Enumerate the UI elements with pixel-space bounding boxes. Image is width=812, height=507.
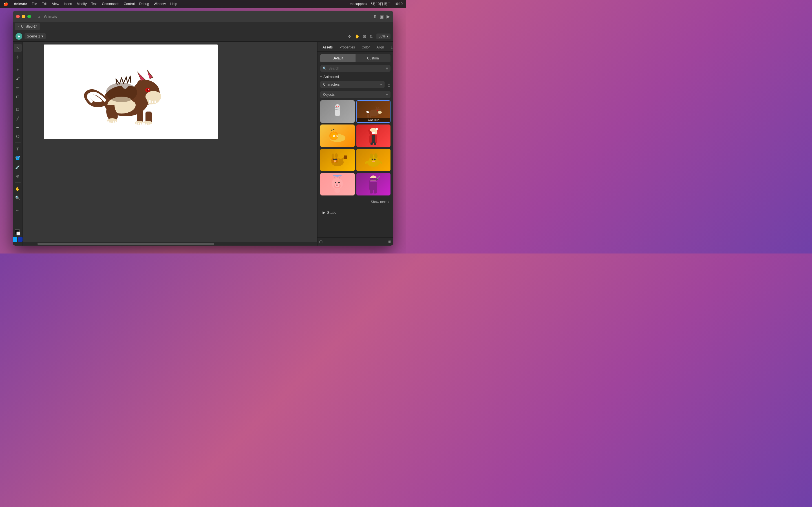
layout-icon[interactable]: ▣ <box>379 14 384 19</box>
fill-swatch[interactable] <box>16 231 20 235</box>
canvas-area[interactable] <box>23 42 317 245</box>
hand-tool[interactable]: ✋ <box>14 185 22 193</box>
pencil-tool[interactable]: ✏ <box>14 83 22 92</box>
tab-assets[interactable]: Assets <box>320 44 336 51</box>
canvas-scroll-thumb-h[interactable] <box>38 243 214 245</box>
animated-section-label: Animated <box>323 75 339 79</box>
color-swatch-dark-blue[interactable] <box>18 237 22 242</box>
search-input[interactable] <box>328 66 384 70</box>
tab-library[interactable]: Library <box>388 44 393 51</box>
menu-debug[interactable]: Debug <box>139 2 149 6</box>
hand-tool-icon[interactable]: ✋ <box>355 34 359 39</box>
svg-marker-29 <box>375 106 377 109</box>
more-tool[interactable]: ··· <box>14 207 22 214</box>
tab-properties[interactable]: Properties <box>337 44 358 51</box>
select-tool[interactable]: ↖ <box>14 44 22 52</box>
stage-canvas[interactable] <box>44 45 218 139</box>
main-area: ↖ ⊹ ⌖ 🖌 ✏ ◻ □ ╱ ✒ ⬡ T 🪣 💉 ⊕ ✋ 🔍 ··· <box>13 42 393 245</box>
svg-rect-60 <box>344 156 347 159</box>
zoom-control[interactable]: 50% ▾ <box>376 34 391 39</box>
menu-text[interactable]: Text <box>91 2 98 6</box>
tool-sep-1 <box>15 63 20 63</box>
asset-santa[interactable] <box>356 124 391 147</box>
asset-wolf-run[interactable]: Wolf Run <box>356 100 391 123</box>
wolf-character[interactable] <box>78 59 174 126</box>
line-tool[interactable]: ╱ <box>14 114 22 122</box>
menu-window[interactable]: Window <box>154 2 166 6</box>
maximize-button[interactable] <box>28 15 31 18</box>
zoom-tool[interactable]: 🔍 <box>14 194 22 202</box>
search-icon: 🔍 <box>322 66 327 70</box>
tab-align[interactable]: Align <box>373 44 387 51</box>
asset-dog2[interactable] <box>356 149 391 171</box>
apple-menu[interactable]: 🍎 <box>3 2 8 6</box>
asset-ninja[interactable] <box>356 173 391 195</box>
add-asset-icon[interactable]: ⬡ <box>319 239 322 244</box>
asset-pig[interactable] <box>320 173 355 195</box>
crop-icon[interactable]: ⊡ <box>363 34 366 39</box>
asset-mummy[interactable] <box>320 100 355 123</box>
menu-edit[interactable]: Edit <box>42 2 48 6</box>
characters-row[interactable]: Characters ▾ ⊘ <box>320 81 391 90</box>
show-next-icon: ↓ <box>388 200 389 204</box>
adjust-icon[interactable]: ⇅ <box>370 34 373 39</box>
svg-point-67 <box>372 161 375 162</box>
eraser-tool[interactable]: ◻ <box>14 93 22 101</box>
transform-tool[interactable]: ⊕ <box>14 172 22 180</box>
scene-selector[interactable]: Scene 1 ▾ <box>24 33 46 39</box>
play-icon[interactable]: ▶ <box>387 14 390 19</box>
show-next-label: Show next <box>371 200 387 204</box>
scene-toolbar: ♣ Scene 1 ▾ ✛ ✋ ⊡ ⇅ 50% ▾ <box>13 31 393 42</box>
list-view-icon[interactable]: ≡ <box>386 66 388 71</box>
filter-icon[interactable]: ⊘ <box>388 83 391 88</box>
menu-control[interactable]: Control <box>124 2 135 6</box>
paintbrush-tool[interactable]: 🖌 <box>14 75 22 82</box>
home-icon[interactable]: ⌂ <box>36 13 42 19</box>
minimize-button[interactable] <box>22 15 26 18</box>
svg-point-57 <box>333 159 335 160</box>
scene-toolbar-icons: ✛ ✋ ⊡ ⇅ 50% ▾ <box>348 34 391 39</box>
characters-dropdown[interactable]: Characters ▾ <box>320 81 385 88</box>
bucket-tool[interactable]: 🪣 <box>14 154 22 162</box>
transform-icon[interactable]: ✛ <box>348 34 351 39</box>
eyedrop-tool[interactable]: 💉 <box>14 163 22 171</box>
menu-help[interactable]: Help <box>170 2 177 6</box>
close-button[interactable] <box>16 15 20 18</box>
search-bar[interactable]: 🔍 ≡ <box>320 65 391 72</box>
tab-color[interactable]: Color <box>359 44 373 51</box>
menu-insert[interactable]: Insert <box>64 2 72 6</box>
show-next-button[interactable]: Show next ↓ <box>320 198 391 206</box>
panel-tabs: Assets Properties Color Align Library <box>317 42 393 52</box>
default-btn[interactable]: Default <box>320 54 356 62</box>
canvas-scrollbar-h[interactable] <box>23 242 317 245</box>
text-tool[interactable]: T <box>14 145 22 153</box>
asset-slug[interactable]: ✕ ✕ <box>320 124 355 147</box>
menu-animate[interactable]: Animate <box>14 2 27 6</box>
tab-close-icon[interactable]: × <box>18 25 19 28</box>
active-tab[interactable]: × Untitled-1* <box>15 23 40 30</box>
menu-view[interactable]: View <box>52 2 59 6</box>
custom-btn[interactable]: Custom <box>356 54 391 62</box>
color-swatch-blue[interactable] <box>13 237 17 242</box>
menu-modify[interactable]: Modify <box>77 2 87 6</box>
delete-asset-icon[interactable]: 🗑 <box>388 239 392 244</box>
svg-point-19 <box>106 82 137 102</box>
objects-dropdown[interactable]: Objects ▾ <box>320 91 391 98</box>
menubar: 🍎 Animate File Edit View Insert Modify T… <box>0 0 406 8</box>
santa-icon <box>365 127 382 145</box>
subselect-tool[interactable]: ⊹ <box>14 53 22 61</box>
svg-rect-86 <box>370 189 373 193</box>
stamp-tool[interactable]: ⬡ <box>14 132 22 140</box>
pen-tool[interactable]: ✒ <box>14 123 22 131</box>
share-icon[interactable]: ⬆ <box>373 14 377 19</box>
static-header[interactable]: ▶ Static <box>322 210 388 215</box>
menu-file[interactable]: File <box>32 2 37 6</box>
rect-tool[interactable]: □ <box>14 105 22 113</box>
asset-dog1[interactable] <box>320 149 355 171</box>
objects-label: Objects <box>323 93 386 97</box>
lasso-tool[interactable]: ⌖ <box>14 66 22 73</box>
animated-collapse-icon[interactable]: ▾ <box>320 75 322 78</box>
menu-commands[interactable]: Commands <box>102 2 119 6</box>
svg-point-70 <box>335 184 340 187</box>
dog2-icon <box>363 152 384 168</box>
